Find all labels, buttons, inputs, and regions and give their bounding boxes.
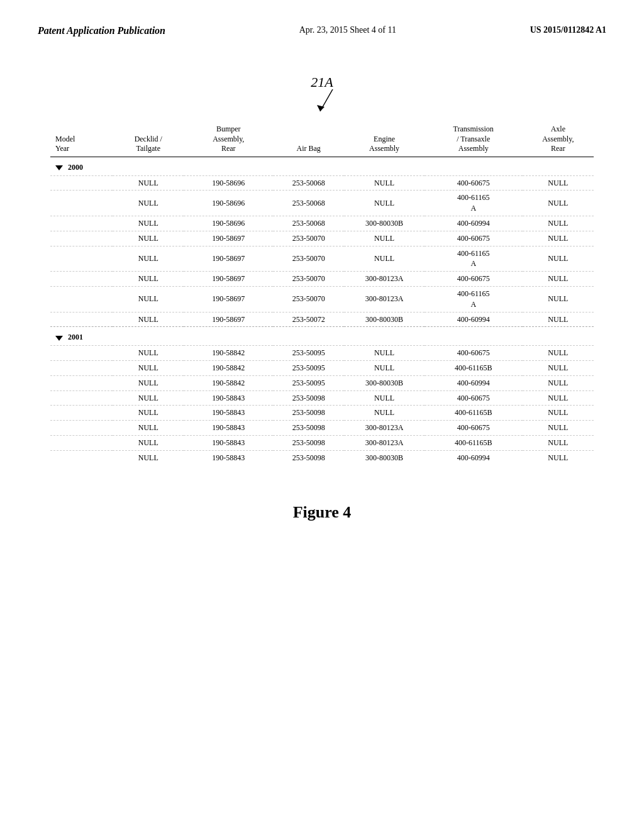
table-cell xyxy=(50,360,113,375)
table-row: NULL190-58697253-50070300-80123A400-6067… xyxy=(50,272,594,287)
table-cell xyxy=(50,231,113,246)
table-cell: NULL xyxy=(523,421,594,436)
table-cell: NULL xyxy=(344,406,424,421)
table-row: NULL190-58697253-50072300-80030B400-6099… xyxy=(50,312,594,327)
table-cell: 400-60675 xyxy=(425,175,523,191)
table-row: NULL190-58843253-50098NULL400-61165BNULL xyxy=(50,406,594,421)
table-cell xyxy=(50,375,113,390)
table-cell: NULL xyxy=(344,191,424,216)
table-cell: 400-61165A xyxy=(425,286,523,312)
table-row: NULL190-58843253-50098300-80123A400-6116… xyxy=(50,435,594,450)
table-cell: 190-58843 xyxy=(184,421,273,436)
table-cell xyxy=(50,406,113,421)
table-cell: NULL xyxy=(113,246,184,272)
table-cell: 190-58697 xyxy=(184,272,273,287)
table-cell: NULL xyxy=(344,360,424,375)
table-cell: NULL xyxy=(344,346,424,361)
col-header-axle: AxleAssembly,Rear xyxy=(523,122,594,157)
table-row: NULL190-58696253-50068NULL400-61165ANULL xyxy=(50,191,594,216)
table-cell: NULL xyxy=(523,216,594,231)
table-cell: 253-50070 xyxy=(273,231,344,246)
table-row: NULL190-58842253-50095300-80030B400-6099… xyxy=(50,375,594,390)
year-label: 2001 xyxy=(68,333,83,341)
table-cell: 253-50098 xyxy=(273,406,344,421)
table-cell: 400-60675 xyxy=(425,272,523,287)
table-cell: NULL xyxy=(113,421,184,436)
table-body: 2000NULL190-58696253-50068NULL400-60675N… xyxy=(50,157,594,465)
page-header: Patent Application Publication Apr. 23, … xyxy=(38,25,606,36)
table-cell: 400-60994 xyxy=(425,450,523,465)
table-cell: NULL xyxy=(113,346,184,361)
table-cell: NULL xyxy=(113,191,184,216)
table-cell: NULL xyxy=(523,435,594,450)
table-cell xyxy=(50,421,113,436)
table-cell: 400-60994 xyxy=(425,375,523,390)
table-cell: 253-50095 xyxy=(273,360,344,375)
table-cell: 190-58697 xyxy=(184,312,273,327)
table-cell: 400-60675 xyxy=(425,390,523,406)
table-row: NULL190-58696253-50068300-80030B400-6099… xyxy=(50,216,594,231)
arrow-indicator xyxy=(317,89,348,114)
table-cell: 190-58843 xyxy=(184,390,273,406)
table-cell: NULL xyxy=(523,246,594,272)
col-header-model-year: ModelYear xyxy=(50,122,113,157)
table-row: NULL190-58842253-50095NULL400-60675NULL xyxy=(50,346,594,361)
table-row: NULL190-58843253-50098300-80030B400-6099… xyxy=(50,450,594,465)
table-cell: NULL xyxy=(113,272,184,287)
table-cell: 253-50098 xyxy=(273,421,344,436)
table-cell: NULL xyxy=(113,406,184,421)
expand-triangle-icon xyxy=(55,336,63,341)
table-cell: 400-61165B xyxy=(425,435,523,450)
table-cell: 300-80030B xyxy=(344,312,424,327)
table-cell: NULL xyxy=(344,231,424,246)
table-cell: 400-60994 xyxy=(425,216,523,231)
table-cell: 190-58696 xyxy=(184,216,273,231)
table-cell: 253-50068 xyxy=(273,191,344,216)
table-cell: 190-58842 xyxy=(184,346,273,361)
table-cell: 253-50072 xyxy=(273,312,344,327)
table-cell: 190-58697 xyxy=(184,231,273,246)
table-cell: NULL xyxy=(113,286,184,312)
table-cell: 400-61165B xyxy=(425,360,523,375)
figure-id: 21A xyxy=(311,74,333,90)
table-cell xyxy=(50,450,113,465)
year-label: 2000 xyxy=(68,163,83,172)
table-cell: NULL xyxy=(523,272,594,287)
table-cell: NULL xyxy=(113,175,184,191)
table-cell: 190-58697 xyxy=(184,286,273,312)
table-row: NULL190-58697253-50070NULL400-61165ANULL xyxy=(50,246,594,272)
table-cell: NULL xyxy=(113,360,184,375)
table-cell xyxy=(50,246,113,272)
table-cell: NULL xyxy=(523,286,594,312)
table-cell: 190-58843 xyxy=(184,435,273,450)
table-cell: 190-58697 xyxy=(184,246,273,272)
table-cell: 400-60675 xyxy=(425,231,523,246)
table-cell: NULL xyxy=(523,191,594,216)
figure-caption: Figure 4 xyxy=(38,503,606,522)
col-header-airbag: Air Bag xyxy=(273,122,344,157)
table-cell: 400-61165A xyxy=(425,246,523,272)
table-cell: 400-61165B xyxy=(425,406,523,421)
publication-number: US 2015/0112842 A1 xyxy=(530,25,606,35)
parts-table: ModelYear Decklid /Tailgate BumperAssemb… xyxy=(50,122,594,465)
table-row: NULL190-58843253-50098300-80123A400-6067… xyxy=(50,421,594,436)
table-cell: 253-50095 xyxy=(273,346,344,361)
table-cell: NULL xyxy=(523,175,594,191)
col-header-bumper: BumperAssembly,Rear xyxy=(184,122,273,157)
table-cell xyxy=(50,390,113,406)
col-header-decklid: Decklid /Tailgate xyxy=(113,122,184,157)
table-cell: NULL xyxy=(523,450,594,465)
publication-meta: Apr. 23, 2015 Sheet 4 of 11 xyxy=(299,25,396,35)
table-row: NULL190-58696253-50068NULL400-60675NULL xyxy=(50,175,594,191)
table-cell xyxy=(50,191,113,216)
table-cell: 190-58696 xyxy=(184,191,273,216)
table-cell: 190-58842 xyxy=(184,360,273,375)
table-cell: NULL xyxy=(113,231,184,246)
publication-title: Patent Application Publication xyxy=(38,25,165,36)
table-cell xyxy=(50,435,113,450)
table-row: NULL190-58697253-50070NULL400-60675NULL xyxy=(50,231,594,246)
table-cell: 400-60994 xyxy=(425,312,523,327)
table-cell: 300-80030B xyxy=(344,375,424,390)
table-cell xyxy=(50,272,113,287)
table-cell xyxy=(50,346,113,361)
